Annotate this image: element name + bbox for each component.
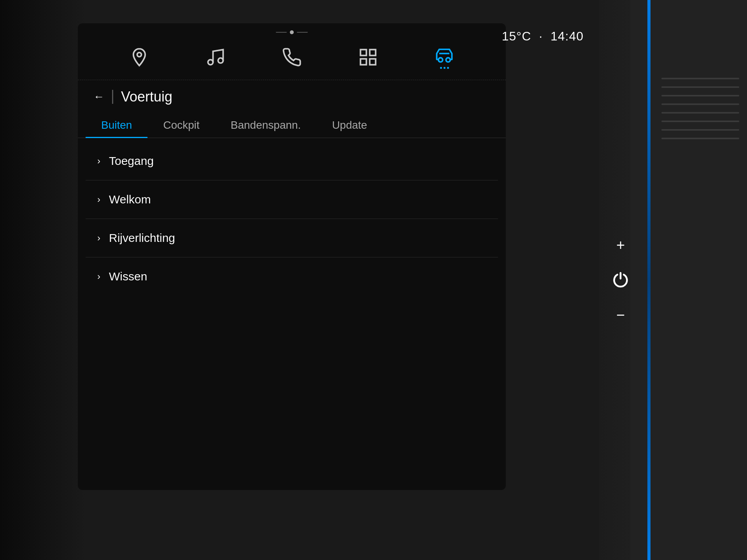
menu-item-label: Toegang <box>109 154 154 168</box>
vent-line <box>661 129 739 131</box>
indicator-dot <box>290 30 294 34</box>
chevron-icon: › <box>97 233 100 243</box>
tab-bar: Buiten Cockpit Bandenspann. Update <box>78 112 506 138</box>
time: 14:40 <box>551 29 584 43</box>
nav-phone[interactable] <box>274 44 310 70</box>
active-dots <box>440 67 449 69</box>
tab-update[interactable]: Update <box>316 112 382 138</box>
vent-line <box>661 86 739 88</box>
chevron-icon: › <box>97 271 100 282</box>
nav-apps[interactable] <box>350 44 386 70</box>
page-header: ← Voertuig <box>78 80 506 112</box>
navigation-icon <box>129 47 149 67</box>
tab-bandenspann[interactable]: Bandenspann. <box>215 112 317 138</box>
nav-navigation[interactable] <box>121 44 157 70</box>
phone-icon <box>282 47 302 67</box>
back-button[interactable]: ← <box>93 91 104 103</box>
separator: · <box>539 29 543 43</box>
vehicle-icon <box>434 45 454 65</box>
svg-rect-6 <box>370 59 375 65</box>
vent-line <box>661 121 739 122</box>
tab-buiten[interactable]: Buiten <box>86 112 147 138</box>
vent-line <box>661 138 739 139</box>
page-title: Voertuig <box>121 89 172 105</box>
header-divider <box>112 90 113 104</box>
nav-icons <box>78 38 506 80</box>
status-bar: 15°C · 14:40 <box>502 29 584 44</box>
chevron-icon: › <box>97 156 100 166</box>
temperature: 15°C <box>502 29 531 43</box>
active-dot <box>444 67 445 69</box>
main-screen: ← Voertuig Buiten Cockpit Bandenspann. U… <box>78 23 506 490</box>
nav-vehicle[interactable] <box>426 42 462 72</box>
menu-item-toegang[interactable]: › Toegang <box>86 142 498 180</box>
bg-left <box>0 0 86 560</box>
svg-rect-4 <box>370 49 375 55</box>
svg-point-7 <box>438 58 443 62</box>
svg-point-0 <box>137 52 142 57</box>
menu-item-welkom[interactable]: › Welkom <box>86 180 498 219</box>
plus-button[interactable]: + <box>611 235 630 255</box>
right-controls: + − <box>611 235 630 325</box>
top-indicator <box>78 23 506 38</box>
menu-item-label: Welkom <box>109 193 151 206</box>
power-button[interactable] <box>611 270 630 290</box>
music-icon <box>205 47 226 67</box>
indicator-line-left <box>276 32 287 33</box>
vent-line <box>661 112 739 114</box>
svg-point-8 <box>446 58 450 62</box>
menu-item-label: Rijverlichting <box>109 231 175 245</box>
active-dot <box>447 67 449 69</box>
apps-icon <box>358 47 378 67</box>
minus-button[interactable]: − <box>611 305 630 325</box>
menu-item-wissen[interactable]: › Wissen <box>86 257 498 296</box>
menu-item-label: Wissen <box>109 270 147 283</box>
indicator-line-right <box>297 32 308 33</box>
svg-rect-3 <box>361 49 366 55</box>
active-dot <box>440 67 442 69</box>
tab-cockpit[interactable]: Cockpit <box>147 112 215 138</box>
svg-point-1 <box>208 60 213 65</box>
nav-music[interactable] <box>198 44 233 70</box>
svg-rect-5 <box>361 59 366 65</box>
vent-line <box>661 95 739 96</box>
blue-accent <box>647 0 651 560</box>
vent-line <box>661 78 739 79</box>
vent-lines <box>661 78 739 139</box>
chevron-icon: › <box>97 194 100 205</box>
menu-item-rijverlichting[interactable]: › Rijverlichting <box>86 219 498 257</box>
menu-list: › Toegang › Welkom › Rijverlichting › Wi… <box>78 142 506 296</box>
vent-line <box>661 103 739 105</box>
